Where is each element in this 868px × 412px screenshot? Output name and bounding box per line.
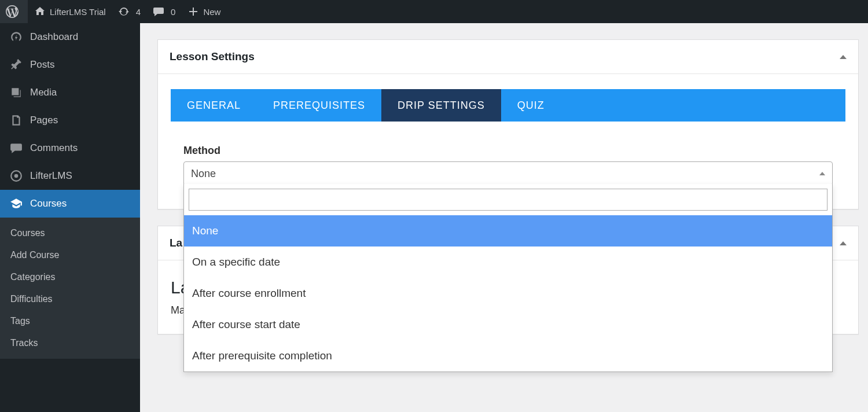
wordpress-icon — [6, 5, 19, 18]
lesson-settings-panel: Lesson Settings General Prerequisites Dr… — [157, 39, 859, 209]
svg-point-1 — [14, 174, 19, 178]
updates-link[interactable]: 4 — [112, 0, 146, 23]
comments-link[interactable]: 0 — [146, 0, 181, 23]
sidebar-item-posts[interactable]: Posts — [0, 51, 140, 79]
method-selected-value: None — [191, 168, 216, 180]
sidebar-item-lifterlms[interactable]: LifterLMS — [0, 162, 140, 190]
submenu-item-categories[interactable]: Categories — [0, 266, 140, 288]
sidebar-item-label: Posts — [30, 59, 55, 71]
tab-drip-settings[interactable]: Drip Settings — [381, 89, 501, 122]
comment-icon — [152, 5, 165, 18]
submenu-item-courses[interactable]: Courses — [0, 222, 140, 244]
site-name-label: LifterLMS Trial — [50, 7, 106, 17]
sidebar-item-label: Media — [30, 87, 57, 98]
sidebar-submenu: Courses Add Course Categories Difficulti… — [0, 218, 140, 359]
pages-icon — [8, 113, 24, 127]
sidebar-item-label: Comments — [30, 142, 78, 154]
dropdown-search-input[interactable] — [189, 189, 827, 211]
site-name-link[interactable]: LifterLMS Trial — [28, 0, 112, 23]
comments-count: 0 — [171, 7, 175, 17]
graduation-icon — [8, 197, 24, 211]
wp-logo[interactable] — [0, 0, 28, 23]
sidebar-item-pages[interactable]: Pages — [0, 106, 140, 134]
pin-icon — [8, 58, 24, 72]
admin-sidebar: Dashboard Posts Media Pages Comments Lif… — [0, 23, 140, 412]
tab-quiz[interactable]: Quiz — [501, 89, 561, 122]
dashboard-icon — [8, 30, 24, 44]
sidebar-item-courses[interactable]: Courses — [0, 190, 140, 218]
dropdown-option-after-enrollment[interactable]: After course enrollment — [184, 278, 832, 309]
media-icon — [8, 86, 24, 100]
submenu-item-tracks[interactable]: Tracks — [0, 332, 140, 354]
select-arrow-icon — [819, 172, 825, 175]
plus-icon — [187, 5, 200, 18]
sidebar-item-dashboard[interactable]: Dashboard — [0, 23, 140, 51]
new-label: New — [203, 7, 220, 17]
admin-bar: LifterLMS Trial 4 0 New — [0, 0, 868, 23]
sidebar-item-label: Dashboard — [30, 31, 78, 43]
dropdown-search-wrap — [184, 184, 832, 215]
comments-icon — [8, 141, 24, 155]
sidebar-item-label: Courses — [30, 198, 67, 209]
dropdown-option-none[interactable]: None — [184, 215, 832, 247]
dropdown-option-after-start[interactable]: After course start date — [184, 309, 832, 340]
method-select[interactable]: None — [183, 161, 833, 186]
updates-count: 4 — [136, 7, 141, 17]
method-label: Method — [183, 145, 833, 157]
dropdown-option-after-prereq[interactable]: After prerequisite completion — [184, 340, 832, 371]
dropdown-option-specific-date[interactable]: On a specific date — [184, 247, 832, 278]
submenu-item-difficulties[interactable]: Difficulties — [0, 288, 140, 310]
tab-general[interactable]: General — [171, 89, 257, 122]
second-panel-title: La — [170, 237, 182, 249]
panel-header[interactable]: Lesson Settings — [158, 40, 858, 74]
panel-title: Lesson Settings — [170, 50, 255, 63]
second-collapse-toggle-icon[interactable] — [840, 241, 847, 245]
sidebar-item-label: Pages — [30, 115, 58, 126]
panel-body: General Prerequisites Drip Settings Quiz… — [158, 74, 858, 209]
submenu-item-add-course[interactable]: Add Course — [0, 244, 140, 266]
new-content-link[interactable]: New — [181, 0, 226, 23]
sidebar-item-label: LifterLMS — [30, 170, 72, 182]
sidebar-item-comments[interactable]: Comments — [0, 134, 140, 162]
method-field: Method None None On a specific date Afte… — [171, 122, 845, 186]
submenu-item-tags[interactable]: Tags — [0, 310, 140, 332]
collapse-toggle-icon[interactable] — [840, 55, 847, 59]
settings-tabs: General Prerequisites Drip Settings Quiz — [171, 89, 845, 122]
sidebar-item-media[interactable]: Media — [0, 79, 140, 106]
content-area: Lesson Settings General Prerequisites Dr… — [140, 23, 868, 412]
method-dropdown: None On a specific date After course enr… — [183, 184, 833, 372]
tab-prerequisites[interactable]: Prerequisites — [257, 89, 381, 122]
update-icon — [117, 5, 130, 18]
lifterlms-icon — [8, 169, 24, 183]
home-icon — [34, 5, 46, 18]
